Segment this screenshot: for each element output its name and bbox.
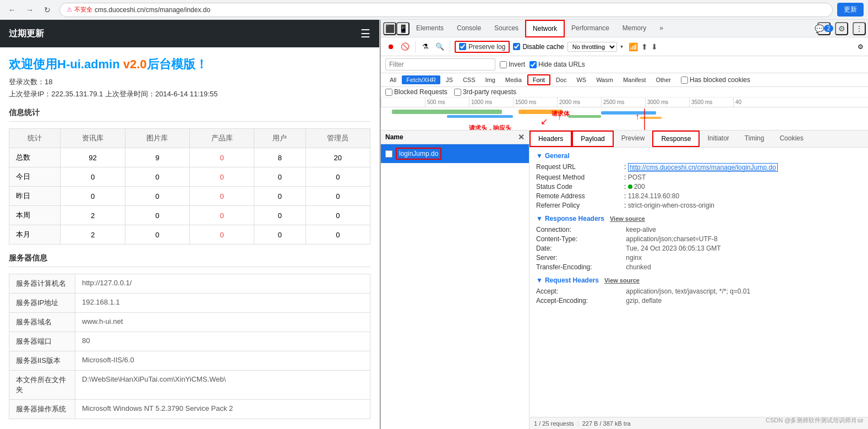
network-area: Name ✕ loginJump.do Headers Payload Prev… <box>381 131 868 429</box>
name-column: Name ✕ loginJump.do <box>381 131 529 429</box>
request-method-row: Request Method: POST <box>536 173 861 181</box>
inspect-icon[interactable]: ⬛ <box>383 22 396 35</box>
type-tab-manifest[interactable]: Manifest <box>619 75 651 84</box>
table-row: 2 <box>61 206 125 225</box>
cms-header: 过期更新 ☰ <box>0 20 379 47</box>
response-header-row: Date: Tue, 24 Oct 2023 06:05:13 GMT <box>536 245 861 252</box>
blocked-requests-checkbox[interactable] <box>385 89 392 96</box>
response-headers-section: ▼ Response Headers View source Connectio… <box>536 215 861 271</box>
type-tab-fetch-xhr[interactable]: Fetch/XHR <box>402 75 440 84</box>
mark-40: 40 <box>733 97 741 107</box>
table-row: 8 <box>254 148 305 167</box>
request-view-source[interactable]: View source <box>604 277 640 284</box>
name-list: loginJump.do <box>381 144 529 429</box>
tab-sources[interactable]: Sources <box>488 20 525 37</box>
invert-checkbox[interactable] <box>500 61 507 68</box>
table-row: 昨日 <box>9 187 61 206</box>
forward-button[interactable]: → <box>22 2 37 18</box>
details-tab-payload[interactable]: Payload <box>572 131 613 147</box>
tab-network[interactable]: Network <box>525 20 565 37</box>
type-tab-font[interactable]: Font <box>527 74 550 85</box>
refresh-button[interactable]: ↻ <box>40 2 55 18</box>
clear-button[interactable]: 🚫 <box>400 41 411 52</box>
hide-data-urls-checkbox[interactable] <box>529 61 537 68</box>
type-tab-ws[interactable]: WS <box>572 75 591 84</box>
arrow-up-1: ↑ <box>557 112 561 122</box>
details-tab-response[interactable]: Response <box>652 131 700 147</box>
red-line <box>644 108 645 130</box>
tab-memory[interactable]: Memory <box>616 20 653 37</box>
request-url-row: Request URL: http://cms.duoceshi.cn/cms/… <box>536 163 861 172</box>
response-view-source[interactable]: View source <box>610 215 645 222</box>
mark-1500ms: 1500 ms <box>513 97 536 107</box>
blocked-requests-wrapper: Blocked Requests <box>385 88 447 96</box>
device-icon[interactable]: 📱 <box>396 22 410 35</box>
table-row: 0 <box>254 167 305 187</box>
preserve-log-checkbox[interactable] <box>459 43 466 50</box>
details-tab-headers[interactable]: Headers <box>529 131 572 147</box>
cms-panel: 过期更新 ☰ 欢迎使用H-ui.admin v2.0后台模版！ 登录次数：18 … <box>0 20 380 429</box>
chat-icon[interactable]: 💬 2 <box>817 22 831 35</box>
table-row: 92 <box>61 148 125 167</box>
update-button[interactable]: 更新 <box>837 3 864 17</box>
table-row: 0 <box>254 206 305 225</box>
request-url-val[interactable]: http://cms.duoceshi.cn/cms/manage/loginJ… <box>628 163 778 172</box>
cms-content: 欢迎使用H-ui.admin v2.0后台模版！ 登录次数：18 上次登录IP：… <box>0 47 379 428</box>
details-tab-cookies[interactable]: Cookies <box>772 131 811 146</box>
address-bar[interactable]: ⚠ 不安全 cms.duoceshi.cn/cms/manage/index.d… <box>59 3 833 17</box>
type-tab-js[interactable]: JS <box>441 75 457 84</box>
table-row: 20 <box>305 148 370 167</box>
details-tab-timing[interactable]: Timing <box>737 131 772 146</box>
third-party-checkbox[interactable] <box>454 89 461 96</box>
request-headers-section: ▼ Request Headers View source Accept: ap… <box>536 276 861 305</box>
close-button[interactable]: ✕ <box>518 133 525 142</box>
col-header-4: 用户 <box>254 129 305 148</box>
invert-checkbox-wrapper: Invert <box>500 61 525 68</box>
response-headers-title[interactable]: ▼ Response Headers View source <box>536 215 861 222</box>
bar-orange-2 <box>640 117 662 119</box>
record-button[interactable]: ⏺ <box>385 41 396 52</box>
filter-icon[interactable]: ⚗ <box>420 41 431 52</box>
tab-more[interactable]: » <box>653 20 670 37</box>
type-tab-other[interactable]: Other <box>651 75 675 84</box>
stats-table: 统计 资讯库 图片库 产品库 用户 管理员 总数 92 9 0 8 20 今日 … <box>9 128 370 245</box>
filter-input[interactable] <box>385 58 495 70</box>
general-title[interactable]: ▼ General <box>536 152 861 160</box>
back-button[interactable]: ← <box>4 2 20 18</box>
request-method-val: POST <box>628 173 646 181</box>
table-row: 服务器IIS版本Microsoft-IIS/6.0 <box>9 351 370 371</box>
table-row: 服务器端口80 <box>9 332 370 351</box>
tab-performance[interactable]: Performance <box>565 20 616 37</box>
hide-data-urls-label: Hide data URLs <box>538 61 585 68</box>
settings-icon[interactable]: ⚙ <box>835 22 848 35</box>
table-row: 0 <box>189 225 254 245</box>
type-tab-img[interactable]: Img <box>481 75 500 84</box>
lock-label: 不安全 <box>74 6 92 14</box>
table-row: 0 <box>125 206 189 225</box>
type-tab-wasm[interactable]: Wasm <box>592 75 618 84</box>
mark-2000ms: 2000 ms <box>557 97 580 107</box>
details-tab-preview[interactable]: Preview <box>614 131 653 146</box>
timeline-bars: 请求体 请求头，响应头 ↙ ↑ ↑ <box>381 108 868 130</box>
type-tab-doc[interactable]: Doc <box>552 75 571 84</box>
cms-menu-icon[interactable]: ☰ <box>361 27 370 40</box>
tab-console[interactable]: Console <box>450 20 488 37</box>
type-tab-all[interactable]: All <box>385 75 401 84</box>
type-tab-media[interactable]: Media <box>501 75 526 84</box>
request-headers-title[interactable]: ▼ Request Headers View source <box>536 276 861 284</box>
network-icons: 📶 ⬆ ⬇ <box>629 42 658 51</box>
type-tab-css[interactable]: CSS <box>458 75 480 84</box>
list-item[interactable]: loginJump.do <box>381 144 529 164</box>
details-tab-initiator[interactable]: Initiator <box>700 131 736 146</box>
cms-login-count: 登录次数：18 <box>9 77 370 87</box>
throttle-select[interactable]: No throttling <box>567 42 617 52</box>
referrer-policy-val: strict-origin-when-cross-origin <box>628 202 714 209</box>
toolbar-settings-icon[interactable]: ⚙ <box>858 43 864 51</box>
more-icon[interactable]: ⋮ <box>853 22 866 35</box>
has-blocked-cookies-checkbox[interactable] <box>681 77 688 84</box>
search-icon[interactable]: 🔍 <box>434 41 445 52</box>
disable-cache-checkbox[interactable] <box>513 43 520 50</box>
cms-last-login: 上次登录IP：222.35.131.79.1 上次登录时间：2014-6-14 … <box>9 89 370 99</box>
tab-elements[interactable]: Elements <box>410 20 450 37</box>
mark-2500ms: 2500 ms <box>601 97 624 107</box>
